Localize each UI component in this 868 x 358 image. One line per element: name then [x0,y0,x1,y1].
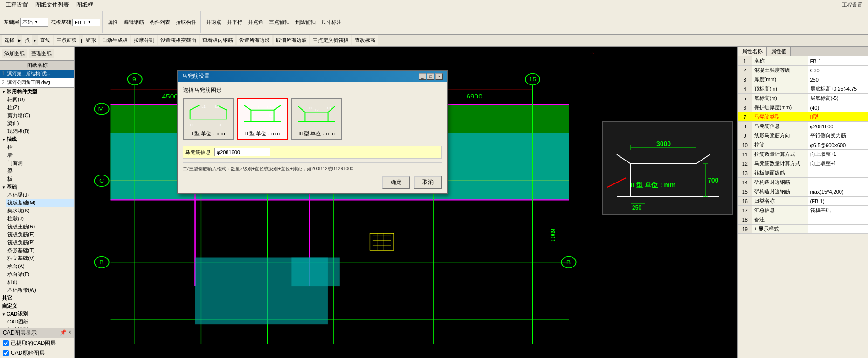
tree-item-raft[interactable]: 筏板基础(M) [6,199,74,207]
tree-item-axis-net[interactable]: 轴网(U) [6,96,74,104]
tree-item-cap[interactable]: 承台(A) [6,262,74,270]
right-tab-value[interactable]: 属性值 [767,47,791,56]
props-value-12[interactable]: 向上取整+1 [808,159,868,168]
btn-change-elevation[interactable]: 查改标高 [352,35,378,45]
props-value-11[interactable]: 向上取整+1 [808,150,868,159]
props-value-15[interactable]: max(15*4,200) [808,187,868,197]
cad-layer-pin[interactable]: 📌 × [60,329,71,337]
menu-drawing-frame[interactable]: 图纸框 [73,0,97,10]
btn-three-slope[interactable]: 三点定义斜筏板 [310,35,351,45]
btn-property[interactable]: 属性 [105,17,120,27]
layer-dropdown[interactable]: 基础 [20,18,48,27]
rebar-type-1[interactable]: L1 L2 L3 L3 I 型 单位：mm [183,98,234,140]
btn-parallel[interactable]: 并平行 [225,17,245,27]
btn-edit-rebar[interactable]: 编辑钢筋 [121,17,146,27]
btn-pick[interactable]: 拾取构件 [173,17,199,27]
tree-item-sump[interactable]: 集水坑(K) [6,207,74,215]
props-value-9[interactable]: 平行侧向受力筋 [808,131,868,140]
props-value-5[interactable]: 层底标高(-5) [808,94,868,103]
tree-item-raft-neg[interactable]: 筏板负筋(F) [6,231,74,239]
btn-point[interactable]: 点 [22,35,32,45]
menu-engineering[interactable]: 工程设置 [2,0,32,10]
btn-three-points[interactable]: 三点辅轴 [267,17,292,27]
modal-confirm-btn[interactable]: 确定 [382,176,410,189]
tree-item-found-band[interactable]: 基础板带(W) [6,286,74,294]
tree-item-slab[interactable]: 板 [6,175,74,183]
rebar-type-3-icon: L1 L3 L2 [296,101,338,128]
cad-canvas[interactable]: 4500 4500 4500 4500 2100 6900 9 10 11 [75,47,737,358]
tree-item-isolated[interactable]: 独立基础(V) [6,254,74,262]
props-value-7[interactable]: II型 [808,112,868,122]
tree-item-found-beam[interactable]: 基础梁(J) [6,191,74,199]
modal-close-btn[interactable]: × [435,73,443,80]
tree-group-foundation[interactable]: 基础 [0,183,74,191]
props-name-14: 斫构造封边钢筋 [752,178,808,187]
btn-check-board-rebar[interactable]: 查看板内钢筋 [200,35,235,45]
btn-three-arc[interactable]: 三点画弧 [54,35,79,45]
props-name-19: + 显示样式 [752,225,808,234]
tree-group-custom[interactable]: 自定义 [0,302,74,310]
props-value-4[interactable]: 层底标高+0.25(-4.75 [808,84,868,94]
tree-item-beam2[interactable]: 梁 [6,167,74,175]
file-item-1[interactable]: 1 滨河第二斯结构(优... [0,70,74,78]
btn-dimension[interactable]: 尺寸标注 [319,17,344,27]
cad-layer-cb-1[interactable] [3,340,9,346]
tree-item-strip[interactable]: 条形基础(T) [6,246,74,254]
props-value-8[interactable]: φ2081600 [808,122,868,131]
menu-file-list[interactable]: 图纸文件列表 [32,0,73,10]
tree-item-shear-wall[interactable]: 剪力墙(Q) [6,112,74,119]
file-item-2[interactable]: 2 滨河公园施工图.dwg [0,78,74,87]
tree-item-door[interactable]: 门窗洞 [6,159,74,167]
tree-group-cad[interactable]: CAD识别 [0,310,74,318]
btn-set-board-section[interactable]: 设置筏板变截面 [158,35,199,45]
btn-select[interactable]: 选择 [2,35,17,45]
rebar-info-input[interactable] [214,148,270,156]
cad-layer-item-1[interactable]: 已提取的CAD图层 [0,338,74,348]
filter-dropdown[interactable]: FB-1 [72,19,100,26]
tree-item-cap-beam[interactable]: 承台梁(F) [6,270,74,278]
props-value-1[interactable]: FB-1 [808,56,868,66]
btn-delete-aux[interactable]: 删除辅轴 [293,17,318,27]
tree-item-col2[interactable]: 柱 [6,143,74,151]
props-value-3[interactable]: 250 [808,75,868,84]
props-value-16[interactable]: (FB-1) [808,197,868,206]
tree-item-col-cap[interactable]: 柱墩(J) [6,215,74,223]
svg-text:L2: L2 [315,108,319,112]
btn-auto-board[interactable]: 自动生成板 [100,35,130,45]
props-value-10[interactable]: φ6.5@600×600 [808,140,868,150]
tree-item-wall[interactable]: 墙 [6,151,74,159]
cad-layer-item-2[interactable]: CAD原始图层 [0,348,74,358]
btn-rect[interactable]: 矩形 [83,35,98,45]
props-name-15: 斫构造封边钢筋 [752,187,808,197]
btn-set-all-edges[interactable]: 设置所有边坡 [237,35,272,45]
btn-add-drawing[interactable]: 添加图纸 [2,49,27,58]
btn-angle[interactable]: 并点角 [246,17,266,27]
right-tab-name[interactable]: 属性名称 [738,47,767,56]
modal-maximize-btn[interactable]: □ [427,73,434,80]
tree-group-components[interactable]: 常用构件类型 [0,88,74,96]
tree-item-column[interactable]: 柱(Z) [6,104,74,112]
rebar-type-3[interactable]: L1 L3 L2 III 型 单位：mm [291,98,342,140]
tree-group-other[interactable]: 其它 [0,294,74,302]
btn-line[interactable]: 直线 [38,35,53,45]
btn-two-points[interactable]: 并两点 [204,17,224,27]
btn-press-split[interactable]: 按摩分割 [131,35,157,45]
tree-item-beam[interactable]: 梁(L) [6,119,74,127]
rebar-type-2[interactable]: L1 L3 L2 II 型 单位：mm [237,98,288,140]
tree-cad-drawing[interactable]: CAD图纸 [6,318,74,326]
props-value-6[interactable]: (40) [808,103,868,112]
tree-item-raft-main[interactable]: 筏板主筋(R) [6,223,74,231]
props-value-2[interactable]: C30 [808,66,868,75]
modal-cancel-btn[interactable]: 取消 [414,176,442,189]
cad-layer-cb-2[interactable] [3,350,9,356]
modal-minimize-btn[interactable]: _ [419,73,426,80]
tree-item-raft-neg2[interactable]: 筏板负筋(P) [6,239,74,246]
btn-organize-drawing[interactable]: 整理图纸 [29,49,54,58]
btn-cancel-all-edges[interactable]: 取消所有边坡 [274,35,309,45]
tree-group-axis[interactable]: 轴线 [0,135,74,143]
btn-component-list[interactable]: 构件列表 [147,17,172,27]
tree-item-pile[interactable]: 桩(I) [6,278,74,286]
props-value-17[interactable]: 筏板基础 [808,206,868,215]
tree-item-cast-slab[interactable]: 现浇板(B) [6,127,74,135]
props-value-13 [808,168,868,178]
